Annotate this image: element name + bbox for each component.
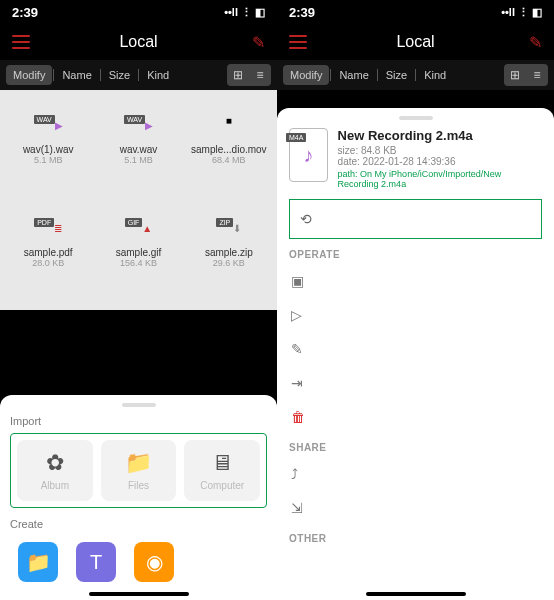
import-row: ✿Album📁Files🖥Computer <box>10 433 267 508</box>
nav-title: Local <box>396 33 434 51</box>
convert-action[interactable]: ⟲ <box>289 199 542 239</box>
rename-icon: ✎ <box>291 341 309 357</box>
edit-icon[interactable]: ✎ <box>252 33 265 52</box>
create-label: Create <box>10 518 267 530</box>
create-text-button[interactable]: T <box>76 542 116 582</box>
status-indicators: ••ll⋮◧ <box>224 6 265 19</box>
action-move[interactable]: ⇥ <box>289 366 542 400</box>
sort-modify[interactable]: Modify <box>283 65 329 85</box>
action-video[interactable]: ▷ <box>289 298 542 332</box>
action-delete[interactable]: 🗑 <box>289 400 542 434</box>
file-path: path: On My iPhone/iConv/Imported/New Re… <box>338 169 542 189</box>
action-export[interactable]: ⇲ <box>289 491 542 525</box>
nav-bar: Local ✎ <box>0 24 277 60</box>
file-date: date: 2022-01-28 14:39:36 <box>338 156 542 167</box>
file-name: New Recording 2.m4a <box>338 128 542 143</box>
home-indicator[interactable] <box>366 592 466 596</box>
home-indicator[interactable] <box>89 592 189 596</box>
action-share[interactable]: ⤴ <box>289 457 542 491</box>
filter-bar: Modify Name Size Kind ⊞ ≡ <box>0 60 277 90</box>
menu-icon[interactable] <box>12 35 30 49</box>
file-type-icon: M4A ♪ <box>289 128 328 182</box>
share-icon: ⤴ <box>291 466 309 482</box>
import-sheet: Import ✿Album📁Files🖥Computer Create 📁 T … <box>0 395 277 600</box>
share-header: SHARE <box>289 442 542 453</box>
file-grid: WAV▶wav(1).wav5.1 MBWAV▶wav.wav5.1 MB■sa… <box>0 90 277 310</box>
menu-icon[interactable] <box>289 35 307 49</box>
import-album[interactable]: ✿Album <box>17 440 93 501</box>
sort-modify[interactable]: Modify <box>6 65 52 85</box>
play-icon: ▣ <box>291 273 309 289</box>
convert-icon: ⟲ <box>300 211 312 227</box>
status-time: 2:39 <box>12 5 38 20</box>
nav-title: Local <box>119 33 157 51</box>
action-rename[interactable]: ✎ <box>289 332 542 366</box>
file-item[interactable]: WAV▶wav(1).wav5.1 MB <box>6 100 90 197</box>
file-item[interactable]: PDF≣sample.pdf28.0 KB <box>6 203 90 300</box>
import-computer[interactable]: 🖥Computer <box>184 440 260 501</box>
create-row: 📁 T ◉ <box>10 536 267 588</box>
grid-view-icon[interactable]: ⊞ <box>504 64 526 86</box>
file-item[interactable]: WAV▶wav.wav5.1 MB <box>96 100 180 197</box>
file-info: M4A ♪ New Recording 2.m4a size: 84.8 KB … <box>289 128 542 189</box>
create-camera-button[interactable]: ◉ <box>134 542 174 582</box>
operate-header: OPERATE <box>289 249 542 260</box>
trash-icon: 🗑 <box>291 409 309 425</box>
move-icon: ⇥ <box>291 375 309 391</box>
create-folder-button[interactable]: 📁 <box>18 542 58 582</box>
file-item[interactable]: ■sample...dio.mov68.4 MB <box>187 100 271 197</box>
file-size: size: 84.8 KB <box>338 145 542 156</box>
list-view-icon[interactable]: ≡ <box>526 64 548 86</box>
filter-bar: Modify Name Size Kind ⊞ ≡ <box>277 60 554 90</box>
edit-icon[interactable]: ✎ <box>529 33 542 52</box>
status-bar: 2:39 ••ll⋮◧ <box>0 0 277 24</box>
sort-name[interactable]: Name <box>332 65 375 85</box>
file-item[interactable]: GIF▲sample.gif156.4 KB <box>96 203 180 300</box>
video-icon: ▷ <box>291 307 309 323</box>
sort-size[interactable]: Size <box>102 65 137 85</box>
file-item[interactable]: ZIP⬇sample.zip29.6 KB <box>187 203 271 300</box>
import-files[interactable]: 📁Files <box>101 440 177 501</box>
grid-view-icon[interactable]: ⊞ <box>227 64 249 86</box>
status-bar: 2:39 ••ll⋮◧ <box>277 0 554 24</box>
nav-bar: Local ✎ <box>277 24 554 60</box>
left-screenshot: 2:39 ••ll⋮◧ Local ✎ Modify Name Size Kin… <box>0 0 277 600</box>
list-view-icon[interactable]: ≡ <box>249 64 271 86</box>
sort-name[interactable]: Name <box>55 65 98 85</box>
import-label: Import <box>10 415 267 427</box>
sort-size[interactable]: Size <box>379 65 414 85</box>
detail-sheet: M4A ♪ New Recording 2.m4a size: 84.8 KB … <box>277 108 554 600</box>
view-toggle[interactable]: ⊞ ≡ <box>504 64 548 86</box>
sort-kind[interactable]: Kind <box>140 65 176 85</box>
sheet-grabber[interactable] <box>122 403 156 407</box>
view-toggle[interactable]: ⊞ ≡ <box>227 64 271 86</box>
sheet-grabber[interactable] <box>399 116 433 120</box>
status-time: 2:39 <box>289 5 315 20</box>
action-play[interactable]: ▣ <box>289 264 542 298</box>
export-icon: ⇲ <box>291 500 309 516</box>
right-screenshot: 2:39 ••ll⋮◧ Local ✎ Modify Name Size Kin… <box>277 0 554 600</box>
status-indicators: ••ll⋮◧ <box>501 6 542 19</box>
file-type-badge: M4A <box>286 133 306 142</box>
sort-kind[interactable]: Kind <box>417 65 453 85</box>
other-header: OTHER <box>289 533 542 544</box>
